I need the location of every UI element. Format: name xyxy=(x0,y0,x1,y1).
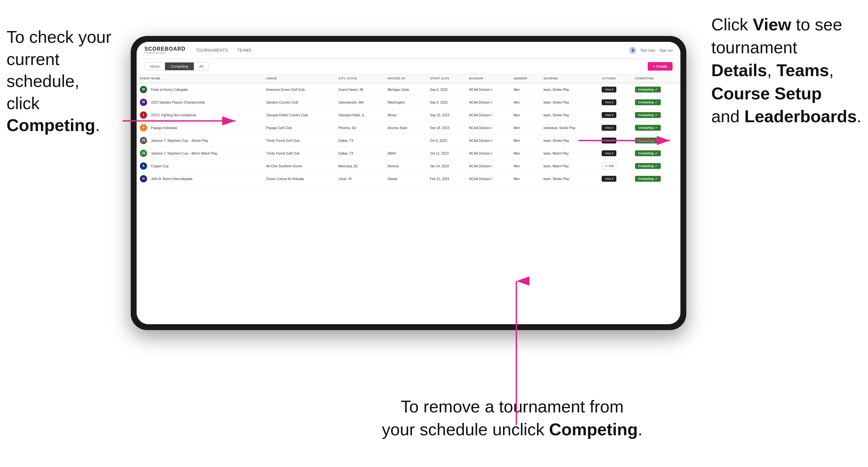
event-name-cell: JS Jackson T. Stephens Cup – Stroke Play xyxy=(136,134,263,147)
venue-cell: Trinity Forest Golf Club xyxy=(263,147,335,160)
create-button[interactable]: + Create xyxy=(648,62,673,71)
venue-cell: Trinity Forest Golf Club xyxy=(263,134,335,147)
gender-cell: Men xyxy=(510,109,540,122)
hosted-cell: Hawaii xyxy=(384,173,427,185)
start-date-cell: Feb 15, 2024 xyxy=(427,173,466,185)
competing-cell: Competing xyxy=(632,173,680,185)
actions-cell: View ℹ xyxy=(598,147,632,160)
team-logo: P xyxy=(140,124,147,131)
competing-cell: Competing xyxy=(632,122,680,134)
view-button[interactable]: View ℹ xyxy=(602,125,616,131)
scoring-cell: team, Match Play xyxy=(540,147,598,160)
scoring-cell: team, Stroke Play xyxy=(540,83,598,96)
view-button[interactable]: View ℹ xyxy=(602,137,616,144)
hosted-cell: Arizona State xyxy=(384,122,427,134)
competing-cell: Competing xyxy=(632,160,680,173)
view-button[interactable]: View ℹ xyxy=(602,176,616,182)
team-logo: M xyxy=(140,86,147,93)
actions-cell: View ℹ xyxy=(598,134,632,147)
signout-link[interactable]: Sign out xyxy=(659,49,673,52)
competing-badge[interactable]: Competing xyxy=(635,176,661,182)
scoreboard-logo: SCOREBOARD Powered by clippd xyxy=(145,46,186,54)
competing-cell: Competing xyxy=(632,83,680,96)
scoring-cell: team, Stroke Play xyxy=(540,134,598,147)
tab-all[interactable]: All xyxy=(194,62,209,70)
event-name-cell: JS Jackson T. Stephens Cup – Men's Match… xyxy=(136,147,263,160)
annotation-leaderboards-bold: Leaderboards xyxy=(744,107,857,126)
tab-competing[interactable]: Competing xyxy=(165,62,193,70)
event-name: Folds of Honor Collegiate xyxy=(151,88,188,92)
team-logo: A xyxy=(140,162,147,169)
filter-bar: Home Competing All + Create xyxy=(136,59,680,74)
division-cell: NCAA Division I xyxy=(466,134,510,147)
competing-badge[interactable]: Competing xyxy=(635,125,661,131)
event-name-cell: H John A. Burns Intercollegiate xyxy=(136,173,263,185)
start-date-cell: Sep 15, 2023 xyxy=(427,109,466,122)
division-cell: NCAA Division I xyxy=(466,147,510,160)
col-start-date: START DATE xyxy=(427,74,466,83)
venue-cell: Olympia Fields Country Club xyxy=(263,109,335,122)
app-header: SCOREBOARD Powered by clippd TOURNAMENTS… xyxy=(136,42,680,59)
table-container[interactable]: EVENT NAME VENUE CITY, STATE HOSTED BY S… xyxy=(136,74,680,324)
annotation-bottom: To remove a tournament fromyour schedule… xyxy=(382,395,643,441)
col-city-state: CITY, STATE xyxy=(335,74,384,83)
annotation-view-bold: View xyxy=(753,15,792,34)
hosted-cell: Michigan State xyxy=(384,83,427,96)
gender-cell: Men xyxy=(510,134,540,147)
hosted-cell: ABAC xyxy=(384,147,427,160)
edit-button[interactable]: ✏ Edit xyxy=(602,163,617,169)
competing-badge[interactable]: Competing xyxy=(635,112,661,118)
competing-badge[interactable]: Competing xyxy=(635,87,661,92)
venue-cell: Ocean Course At Hokuala xyxy=(263,173,335,185)
start-date-cell: Jan 14, 2024 xyxy=(427,160,466,173)
view-button[interactable]: View ℹ xyxy=(602,87,616,92)
competing-cell: Competing xyxy=(632,134,680,147)
competing-badge[interactable]: Competing xyxy=(635,150,661,156)
event-name-cell: A Copper Cup xyxy=(136,160,263,173)
team-logo: JS xyxy=(140,137,147,144)
annotation-left: To check yourcurrent schedule,click Comp… xyxy=(6,26,131,136)
col-division: DIVISION xyxy=(466,74,510,83)
competing-cell: Competing xyxy=(632,96,680,109)
city-cell: Sammamish, WA xyxy=(335,96,384,109)
gender-cell: Men xyxy=(510,173,540,185)
tablet-screen: SCOREBOARD Powered by clippd TOURNAMENTS… xyxy=(136,42,680,324)
nav-teams[interactable]: TEAMS xyxy=(237,48,252,53)
user-name: Test User xyxy=(640,49,655,52)
hosted-cell: Washington xyxy=(384,96,427,109)
city-cell: Dallas, TX xyxy=(335,134,384,147)
division-cell: NCAA Division I xyxy=(466,109,510,122)
hosted-cell xyxy=(384,134,427,147)
event-name-cell: I OFCC Fighting Illini Invitational xyxy=(136,109,263,122)
annotation-teams-bold: Teams xyxy=(776,61,829,80)
col-event-name: EVENT NAME xyxy=(136,74,263,83)
team-logo: I xyxy=(140,112,147,119)
view-button[interactable]: View ℹ xyxy=(602,99,616,105)
table-row: A Copper Cup Ak-Chin Southern Dunes Mari… xyxy=(136,160,680,173)
venue-cell: Papago Golf Club xyxy=(263,122,335,134)
annotation-coursesetup-bold: Course Setup xyxy=(711,84,822,103)
table-row: H John A. Burns Intercollegiate Ocean Co… xyxy=(136,173,680,185)
hosted-cell: Illinois xyxy=(384,109,427,122)
team-logo: H xyxy=(140,175,147,182)
division-cell: NCAA Division I xyxy=(466,83,510,96)
actions-cell: ✏ Edit xyxy=(598,160,632,173)
col-competing: COMPETING xyxy=(632,74,680,83)
col-scoring: SCORING xyxy=(540,74,598,83)
competing-badge[interactable]: Competing xyxy=(635,163,661,169)
tab-home[interactable]: Home xyxy=(145,62,165,70)
actions-cell: View ℹ xyxy=(598,83,632,96)
view-button[interactable]: View ℹ xyxy=(602,150,616,156)
competing-cell: Competing xyxy=(632,147,680,160)
event-name: Jackson T. Stephens Cup – Men's Match Pl… xyxy=(151,152,217,155)
annotation-right-top: Click View to seetournamentDetails, Team… xyxy=(711,13,862,128)
col-venue: VENUE xyxy=(263,74,335,83)
competing-badge[interactable]: Competing xyxy=(635,99,661,105)
annotation-competing-bold: Competing xyxy=(6,116,95,135)
competing-badge[interactable]: Competing xyxy=(635,137,661,144)
nav-tournaments[interactable]: TOURNAMENTS xyxy=(196,48,228,53)
view-button[interactable]: View ℹ xyxy=(602,112,616,118)
event-name: Copper Cup xyxy=(151,164,168,168)
start-date-cell: Sep 18, 2023 xyxy=(427,122,466,134)
table-row: JS Jackson T. Stephens Cup – Stroke Play… xyxy=(136,134,680,147)
